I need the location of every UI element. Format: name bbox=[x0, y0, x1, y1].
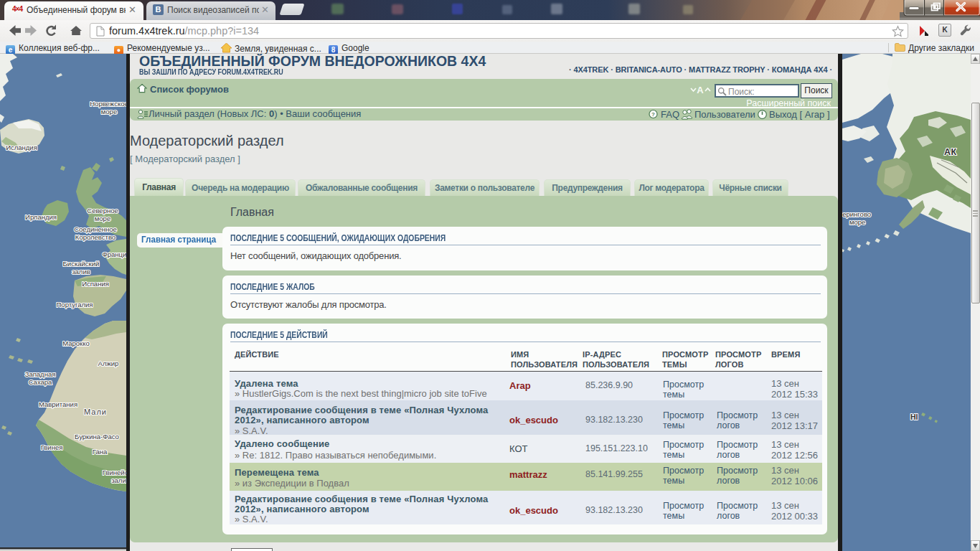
svg-text:залив: залив bbox=[111, 476, 126, 484]
svg-text:АК: АК bbox=[944, 147, 957, 157]
svg-text:?: ? bbox=[651, 111, 655, 118]
svg-text:Буркина-Фасо: Буркина-Фасо bbox=[75, 433, 119, 441]
svg-text:Гвинейский: Гвинейский bbox=[103, 468, 126, 476]
svg-text:Португалия: Португалия bbox=[57, 301, 93, 309]
svg-text:Франция: Франция bbox=[103, 250, 126, 258]
svg-text:залив: залив bbox=[72, 268, 90, 276]
svg-text:Исландия: Исландия bbox=[6, 143, 37, 151]
svg-text:Северное: Северное bbox=[87, 207, 118, 215]
svg-text:море: море bbox=[95, 215, 110, 222]
svg-text:Королевство: Королевство bbox=[75, 233, 116, 241]
svg-text:A: A bbox=[697, 85, 704, 94]
svg-text:Испания: Испания bbox=[82, 280, 109, 288]
svg-text:Алжир: Алжир bbox=[98, 359, 119, 367]
svg-text:Мавритания: Мавритания bbox=[39, 400, 77, 408]
svg-text:Ирландия: Ирландия bbox=[25, 213, 57, 221]
svg-text:Сахара: Сахара bbox=[29, 378, 52, 386]
svg-text:Соединенное: Соединенное bbox=[74, 225, 117, 233]
svg-text:Гана: Гана bbox=[93, 448, 108, 456]
svg-text:Гвинея: Гвинея bbox=[41, 443, 63, 451]
svg-text:HI: HI bbox=[910, 413, 918, 421]
svg-text:Мали: Мали bbox=[84, 408, 107, 416]
svg-text:море: море bbox=[849, 218, 865, 226]
svg-text:Марокко: Марокко bbox=[62, 339, 90, 347]
svg-text:Берингово: Берингово bbox=[842, 210, 871, 218]
svg-text:Норвежское: Норвежское bbox=[90, 100, 126, 108]
svg-text:Бискайский: Бискайский bbox=[63, 260, 100, 268]
svg-text:Западная: Западная bbox=[25, 370, 56, 378]
svg-text:море: море bbox=[101, 108, 117, 116]
